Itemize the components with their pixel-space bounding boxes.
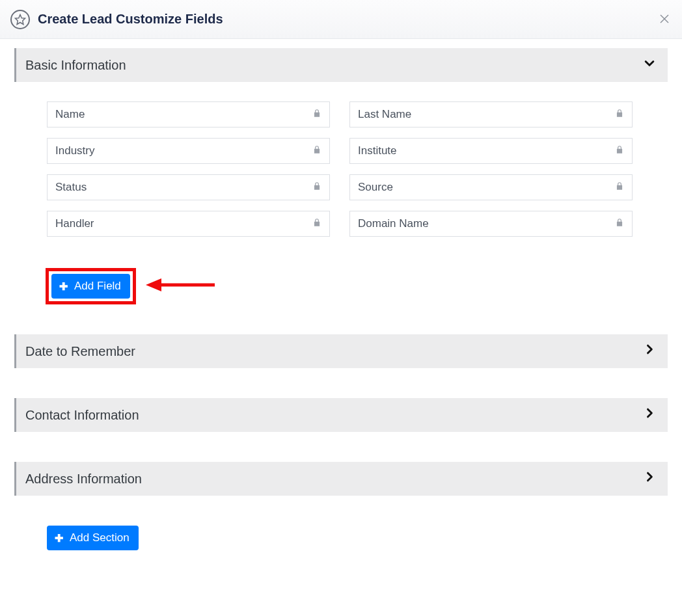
section-header-basic[interactable]: Basic Information — [14, 48, 668, 82]
titlebar: Create Lead Customize Fields — [0, 0, 682, 39]
field-label: Status — [55, 181, 87, 194]
section-header-contact[interactable]: Contact Information — [14, 398, 668, 432]
field-label: Last Name — [358, 108, 411, 121]
field-institute[interactable]: Institute — [349, 138, 633, 164]
lock-icon — [312, 145, 321, 157]
svg-marker-4 — [146, 278, 161, 291]
field-status[interactable]: Status — [47, 174, 330, 200]
field-label: Source — [358, 181, 393, 194]
field-name[interactable]: Name — [47, 101, 330, 127]
section-header-date[interactable]: Date to Remember — [14, 334, 668, 368]
field-label: Name — [55, 108, 85, 121]
annotation-highlight: ✚ Add Field — [46, 268, 136, 304]
chevron-right-icon — [643, 407, 656, 423]
add-section-label: Add Section — [70, 531, 130, 544]
lock-icon — [312, 218, 321, 230]
lock-icon — [615, 218, 624, 230]
plus-icon: ✚ — [59, 280, 68, 293]
lock-icon — [615, 181, 624, 193]
section-title: Basic Information — [25, 58, 126, 73]
section-header-address[interactable]: Address Information — [14, 462, 668, 496]
add-field-label: Add Field — [74, 280, 121, 293]
fields-grid: Name Last Name Industry Institute Status… — [14, 82, 668, 237]
section-basic-information: Basic Information Name Last Name Industr… — [14, 48, 668, 304]
add-field-wrap: ✚ Add Field — [46, 268, 136, 304]
close-icon[interactable] — [660, 14, 669, 25]
chevron-right-icon — [643, 343, 656, 360]
add-section-button[interactable]: ✚ Add Section — [47, 526, 139, 550]
chevron-down-icon — [643, 57, 656, 74]
lock-icon — [312, 109, 321, 120]
section-date-to-remember: Date to Remember — [14, 334, 668, 368]
section-contact-information: Contact Information — [14, 398, 668, 432]
lock-icon — [615, 109, 624, 120]
add-section-wrap: ✚ Add Section — [47, 526, 668, 550]
annotation-arrow-icon — [144, 276, 216, 297]
lock-icon — [312, 181, 321, 193]
section-title: Date to Remember — [25, 344, 135, 359]
field-label: Institute — [358, 144, 397, 157]
chevron-right-icon — [643, 470, 656, 487]
field-handler[interactable]: Handler — [47, 211, 330, 237]
section-title: Address Information — [25, 472, 142, 487]
star-icon — [10, 10, 30, 29]
plus-icon: ✚ — [55, 532, 63, 544]
add-field-button[interactable]: ✚ Add Field — [51, 274, 130, 299]
lock-icon — [615, 145, 624, 157]
page-title: Create Lead Customize Fields — [38, 12, 223, 27]
field-domain-name[interactable]: Domain Name — [349, 211, 633, 237]
field-label: Domain Name — [358, 217, 429, 230]
svg-marker-0 — [16, 14, 25, 24]
field-last-name[interactable]: Last Name — [349, 101, 633, 127]
field-industry[interactable]: Industry — [47, 138, 330, 164]
content: Basic Information Name Last Name Industr… — [0, 39, 682, 576]
section-title: Contact Information — [25, 408, 139, 423]
field-label: Handler — [55, 217, 94, 230]
section-address-information: Address Information — [14, 462, 668, 496]
field-source[interactable]: Source — [349, 174, 633, 200]
field-label: Industry — [55, 144, 94, 157]
